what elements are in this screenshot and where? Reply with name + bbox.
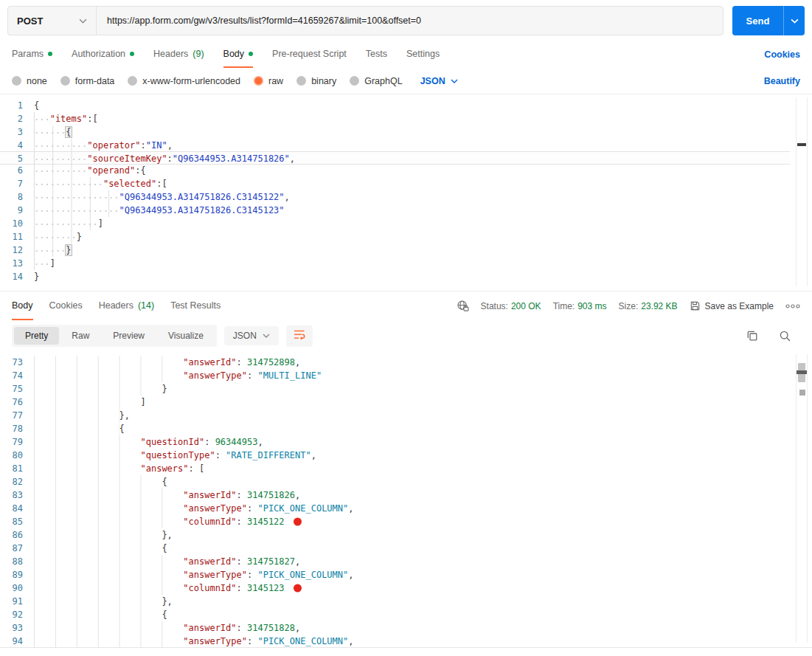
view-pretty[interactable]: Pretty bbox=[14, 327, 59, 345]
tab-body[interactable]: Body bbox=[223, 41, 254, 68]
code-line[interactable]: 74"answerType": "MULTI_LINE" bbox=[0, 369, 790, 382]
beautify-link[interactable]: Beautify bbox=[764, 76, 800, 86]
radio-raw[interactable]: raw bbox=[254, 76, 283, 86]
code-line[interactable]: 92{ bbox=[0, 608, 790, 621]
view-preview[interactable]: Preview bbox=[102, 327, 156, 345]
response-tab-cookies[interactable]: Cookies bbox=[49, 291, 83, 320]
response-tab-headers[interactable]: Headers (14) bbox=[99, 291, 154, 320]
response-body-editor[interactable]: 73"answerId": 314752898,74"answerType": … bbox=[0, 351, 812, 648]
line-number: 88 bbox=[0, 555, 34, 568]
code-line[interactable]: 82{ bbox=[0, 475, 790, 488]
tab-label: Cookies bbox=[49, 300, 83, 311]
line-number: 3 bbox=[0, 125, 34, 139]
code-line[interactable]: 88"answerId": 314751827, bbox=[0, 555, 790, 568]
code-line[interactable]: 7"selected":[ bbox=[0, 177, 790, 190]
send-button-label[interactable]: Send bbox=[732, 6, 783, 35]
code-line[interactable]: 80"questionType": "RATE_DIFFERENT", bbox=[0, 449, 790, 462]
code-line[interactable]: 3{ bbox=[0, 125, 790, 139]
code-line[interactable]: 75} bbox=[0, 382, 790, 396]
radio-form-data[interactable]: form-data bbox=[60, 76, 115, 86]
tab-pre-request-script[interactable]: Pre-request Script bbox=[272, 41, 347, 68]
cookies-link[interactable]: Cookies bbox=[764, 49, 800, 60]
code-line[interactable]: 90"columnId": 3145123 bbox=[0, 581, 790, 595]
raw-language-select[interactable]: JSON bbox=[420, 76, 458, 86]
line-number: 7 bbox=[0, 177, 34, 190]
view-visualize[interactable]: Visualize bbox=[157, 327, 215, 345]
code-line[interactable]: 1{ bbox=[0, 99, 790, 112]
scrollbar-thumb[interactable] bbox=[798, 363, 805, 382]
code-line[interactable]: 89"answerType": "PICK_ONE_COLUMN", bbox=[0, 568, 790, 581]
wrap-lines-button[interactable] bbox=[286, 325, 313, 347]
line-number: 13 bbox=[0, 257, 34, 270]
response-editor-scrollbar[interactable] bbox=[796, 354, 808, 643]
time-label: Time: bbox=[553, 301, 575, 311]
red-dot-annotation bbox=[294, 584, 302, 593]
tab-authorization[interactable]: Authorization bbox=[72, 41, 134, 68]
code-line[interactable]: 94"answerType": "PICK_ONE_COLUMN", bbox=[0, 635, 790, 648]
code-line[interactable]: 86}, bbox=[0, 528, 790, 542]
code-line[interactable]: 8"Q96344953.A314751826.C3145122", bbox=[0, 190, 790, 204]
code-line[interactable]: 11} bbox=[0, 230, 790, 244]
headers-count: (14) bbox=[138, 300, 154, 311]
copy-response-button[interactable] bbox=[746, 330, 758, 342]
tab-headers[interactable]: Headers (9) bbox=[153, 41, 204, 68]
method-select[interactable]: POST bbox=[8, 7, 97, 35]
code-line[interactable]: 81"answers": [ bbox=[0, 462, 790, 475]
code-line[interactable]: 4"operator":"IN", bbox=[0, 139, 790, 152]
code-line[interactable]: 9"Q96344953.A314751826.C3145123" bbox=[0, 204, 790, 217]
code-line[interactable]: 5"sourceItemKey":"Q96344953.A314751826", bbox=[0, 151, 790, 165]
code-line[interactable]: 84"answerType": "PICK_ONE_COLUMN", bbox=[0, 502, 790, 515]
radio-none[interactable]: none bbox=[12, 76, 47, 86]
code-line[interactable]: 83"answerId": 314751826, bbox=[0, 488, 790, 502]
tab-label: Body bbox=[12, 300, 33, 311]
code-line[interactable]: 73"answerId": 314752898, bbox=[0, 356, 790, 369]
tab-settings[interactable]: Settings bbox=[406, 41, 440, 68]
tab-label: Headers bbox=[153, 49, 188, 59]
tab-tests[interactable]: Tests bbox=[366, 41, 387, 68]
code-line[interactable]: 10] bbox=[0, 217, 790, 230]
tab-params[interactable]: Params bbox=[12, 41, 52, 68]
code-line[interactable]: 13] bbox=[0, 257, 790, 270]
response-meta: Status: 200 OK Time: 903 ms Size: 23.92 … bbox=[457, 291, 800, 320]
url-input[interactable]: https://app.form.com/gw/v3/results/list?… bbox=[97, 7, 723, 35]
code-line[interactable]: 85"columnId": 3145122 bbox=[0, 515, 790, 528]
radio-label: raw bbox=[268, 76, 283, 86]
request-body-editor[interactable]: 1{2"items":[3{4"operator":"IN",5"sourceI… bbox=[0, 94, 812, 291]
response-toolbar-right bbox=[746, 330, 800, 342]
code-line[interactable]: 12} bbox=[0, 244, 790, 257]
code-line[interactable]: 2"items":[ bbox=[0, 112, 790, 125]
raw-language-label: JSON bbox=[420, 76, 445, 86]
response-language-select[interactable]: JSON bbox=[224, 326, 279, 345]
scrollbar-thumb[interactable] bbox=[797, 143, 806, 146]
code-line[interactable]: 78{ bbox=[0, 422, 790, 435]
code-line[interactable]: 91}, bbox=[0, 595, 790, 608]
more-options-button[interactable] bbox=[785, 303, 800, 309]
code-line[interactable]: 93"answerId": 314751828, bbox=[0, 621, 790, 635]
green-dot bbox=[48, 52, 52, 56]
line-number: 1 bbox=[0, 99, 34, 112]
response-tab-test-results[interactable]: Test Results bbox=[170, 291, 221, 320]
tab-label: Tests bbox=[366, 49, 387, 59]
code-line[interactable]: 14} bbox=[0, 270, 790, 283]
radio-graphql[interactable]: GraphQL bbox=[350, 76, 402, 86]
code-line[interactable]: 77}, bbox=[0, 409, 790, 422]
request-editor-scrollbar[interactable] bbox=[796, 97, 808, 286]
radio-selected-icon bbox=[254, 76, 263, 86]
code-line[interactable]: 6"operand":{ bbox=[0, 164, 790, 177]
send-options-button[interactable] bbox=[783, 6, 805, 35]
code-line[interactable]: 87{ bbox=[0, 542, 790, 555]
send-button[interactable]: Send bbox=[732, 6, 805, 35]
search-response-button[interactable] bbox=[779, 330, 791, 342]
save-as-example-button[interactable]: Save as Example bbox=[690, 300, 774, 311]
line-number: 92 bbox=[0, 608, 34, 621]
line-number: 83 bbox=[0, 488, 34, 502]
network-globe-lock-icon[interactable] bbox=[457, 300, 469, 312]
code-line[interactable]: 79"questionId": 96344953, bbox=[0, 435, 790, 449]
scrollbar-annotation-mark bbox=[799, 390, 805, 396]
radio-x-www-form-urlencoded[interactable]: x-www-form-urlencoded bbox=[128, 76, 240, 86]
radio-binary[interactable]: binary bbox=[296, 76, 336, 86]
view-raw[interactable]: Raw bbox=[60, 327, 100, 345]
line-number: 82 bbox=[0, 475, 34, 488]
code-line[interactable]: 76] bbox=[0, 396, 790, 409]
response-tab-body[interactable]: Body bbox=[12, 291, 33, 320]
